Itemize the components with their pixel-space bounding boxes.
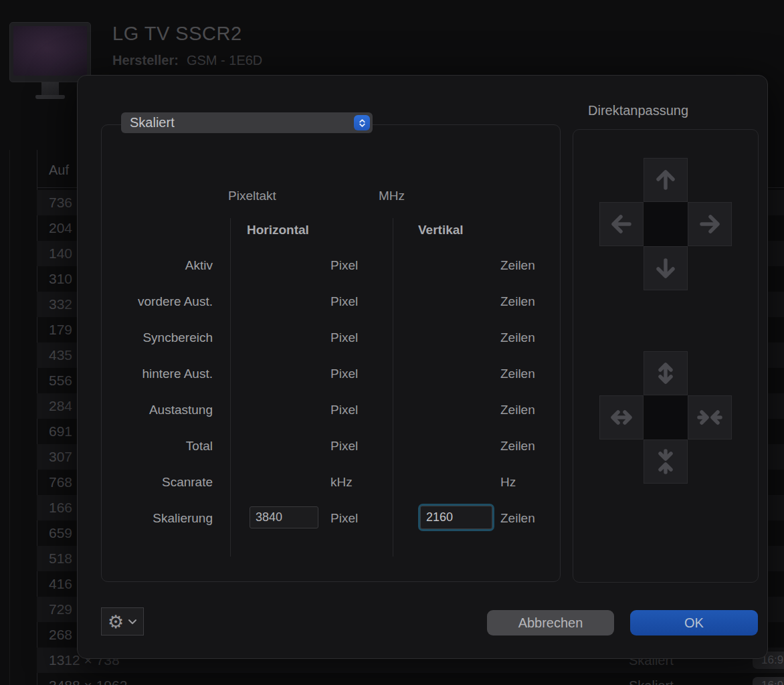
display-icon	[9, 22, 91, 82]
collapse-horizontal-icon	[696, 404, 723, 431]
device-name: LG TV SSCR2	[112, 23, 242, 45]
aspect-ratio-badge: 16:9	[753, 677, 784, 685]
unit-label: Zeilen	[500, 510, 535, 527]
preset-select[interactable]: Skaliert	[121, 112, 373, 133]
arrow-up-icon	[652, 167, 679, 193]
expand-vertical-icon	[652, 360, 679, 387]
unit-label: Zeilen	[500, 293, 535, 310]
custom-resolution-dialog: Skaliert Pixeltakt MHz Horizontal Vertik…	[77, 75, 768, 659]
display-icon-stand	[41, 82, 59, 96]
preset-select-value: Skaliert	[130, 112, 175, 133]
cancel-button[interactable]: Abbrechen	[487, 610, 614, 635]
unit-label: Pixel	[330, 329, 358, 347]
pixel-clock-unit: MHz	[379, 189, 405, 203]
row-label: vordere Aust.	[101, 293, 213, 310]
unit-label: Pixel	[330, 510, 358, 527]
unit-label: Zeilen	[500, 401, 535, 419]
move-down-button[interactable]	[644, 246, 688, 290]
collapse-vertical-icon	[652, 448, 679, 475]
size-pad	[599, 351, 732, 484]
scaling-mode-cell: Skaliert	[629, 673, 674, 685]
unit-label: Pixel	[330, 257, 358, 274]
expand-horizontal-icon	[608, 404, 635, 431]
manufacturer-line: Hersteller:GSM - 1E6D	[112, 53, 262, 68]
unit-label: Pixel	[330, 437, 358, 455]
size-pad-center	[644, 395, 688, 439]
row-label: Austastung	[101, 401, 213, 419]
manufacturer-value: GSM - 1E6D	[187, 53, 262, 68]
unit-label: Pixel	[330, 365, 358, 383]
column-header-vertical: Vertikal	[418, 223, 464, 237]
column-divider	[230, 218, 231, 557]
row-label: Skalierung	[101, 510, 213, 527]
ok-button[interactable]: OK	[630, 610, 758, 635]
unit-label: Zeilen	[500, 365, 535, 383]
move-left-button[interactable]	[599, 202, 644, 246]
move-up-button[interactable]	[644, 158, 688, 202]
row-label: Syncbereich	[101, 329, 213, 347]
vertical-scaling-input-focus-ring	[418, 504, 494, 531]
pixel-clock-label: Pixeltakt	[228, 189, 276, 203]
window-edge-line	[9, 150, 10, 685]
screen: LG TV SSCR2 Hersteller:GSM - 1E6D Auf 73…	[0, 0, 784, 685]
unit-label: Pixel	[330, 401, 358, 419]
gear-icon: ⚙	[108, 613, 124, 631]
unit-label: kHz	[330, 474, 353, 491]
unit-label: Zeilen	[500, 329, 535, 347]
expand-vertical-button[interactable]	[644, 351, 688, 395]
gear-menu-button[interactable]: ⚙	[101, 607, 144, 635]
row-label: hintere Aust.	[101, 365, 213, 383]
list-item[interactable]: 3488 × 1962 Skaliert 16:9	[37, 673, 784, 685]
display-icon-base	[35, 95, 65, 99]
display-icon-screen	[13, 26, 87, 76]
position-pad	[599, 158, 732, 290]
chevron-down-icon	[128, 619, 137, 625]
position-pad-center	[644, 202, 688, 246]
unit-label: Pixel	[330, 293, 358, 310]
dropdown-caret-icon	[354, 115, 370, 130]
move-right-button[interactable]	[688, 202, 732, 246]
row-label: Total	[101, 437, 213, 455]
arrow-right-icon	[696, 211, 723, 237]
unit-label: Hz	[500, 474, 516, 491]
vertical-scaling-input[interactable]	[420, 506, 492, 529]
shrink-horizontal-button[interactable]	[688, 395, 732, 439]
column-divider	[393, 218, 393, 557]
column-header-horizontal: Horizontal	[247, 223, 309, 237]
arrow-down-icon	[652, 255, 679, 282]
horizontal-scaling-input[interactable]	[250, 506, 318, 528]
row-label: Aktiv	[101, 257, 213, 274]
direct-adjust-title: Direktanpassung	[588, 103, 688, 118]
row-label: Scanrate	[101, 474, 213, 491]
expand-horizontal-button[interactable]	[599, 395, 644, 439]
arrow-left-icon	[608, 211, 635, 237]
resolution-column-header: Auf	[49, 163, 69, 178]
unit-label: Zeilen	[500, 257, 535, 274]
shrink-vertical-button[interactable]	[644, 439, 688, 484]
manufacturer-label: Hersteller:	[112, 53, 179, 68]
unit-label: Zeilen	[500, 437, 535, 455]
